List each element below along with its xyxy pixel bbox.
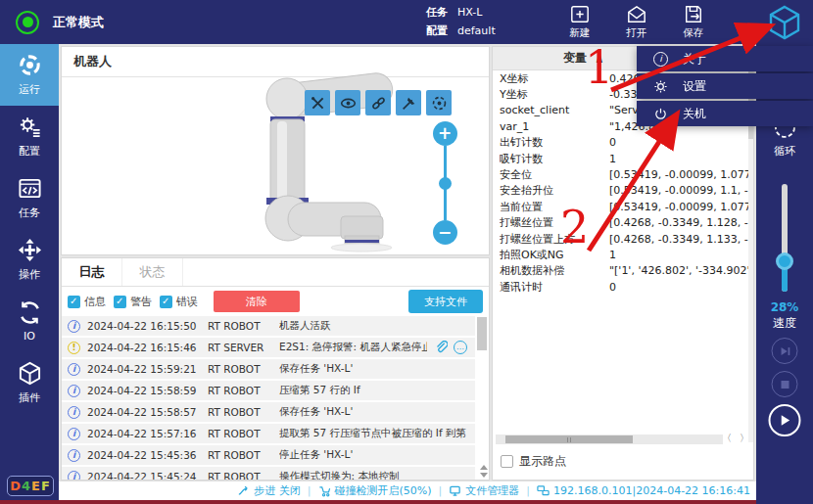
variable-value: 0 <box>609 281 753 294</box>
stop-icon <box>779 379 790 390</box>
log-time: 2024-04-22 15:58:59 <box>87 385 201 396</box>
sidebar-item-operate[interactable]: 操作 <box>0 229 59 291</box>
zoom-slider-track[interactable] <box>444 146 447 179</box>
log-row[interactable]: i 2024-04-22 16:15:50 RT ROBOT 机器人活跃 … <box>62 316 475 336</box>
log-scrollbar-thumb[interactable] <box>477 317 487 350</box>
variable-row[interactable]: 相机数据补偿 "['1', '426.802', '-334.902']" <box>493 263 753 279</box>
variable-name: 安全抬升位 <box>500 183 609 198</box>
play-icon <box>778 413 792 428</box>
variables-horizontal-scrollbar[interactable] <box>496 435 723 444</box>
sidebar-item-config[interactable]: 配置 <box>0 106 59 167</box>
trace-button[interactable] <box>365 90 391 115</box>
variable-value: "['1', '426.802', '-334.902']" <box>609 264 753 277</box>
variable-row[interactable]: 吸钉计数 1 <box>493 151 753 166</box>
variable-name: 吸钉计数 <box>500 152 609 166</box>
log-row[interactable]: i 2024-04-22 15:58:57 RT ROBOT 保存任务 'HX-… <box>62 402 475 422</box>
variable-name: 拍照OK或NG <box>500 248 609 262</box>
variable-row[interactable]: 拍照OK或NG 1 <box>493 247 753 262</box>
variable-name: Y坐标 <box>500 87 609 102</box>
log-row[interactable]: i 2024-04-22 15:59:21 RT ROBOT 保存任务 'HX-… <box>62 359 475 379</box>
log-time: 2024-04-22 15:45:24 <box>87 471 201 481</box>
clean-button[interactable] <box>396 90 421 115</box>
log-row[interactable]: ! 2024-04-22 16:15:46 RT SERVER E2S1: 急停… <box>62 338 475 357</box>
filter-info-checkbox[interactable]: 信息 <box>68 295 106 309</box>
variable-row[interactable]: 安全位 [0.53419, -0.00099, 1.07764, -3.1404… <box>493 166 753 182</box>
trace-link-icon <box>370 95 387 112</box>
view-zoom-control: + − <box>432 121 457 245</box>
file-manager-button[interactable]: 文件管理器 <box>449 483 519 498</box>
variable-row[interactable]: 安全抬升位 [0.53419, -0.00099, 1.1, -3.14048,… <box>493 183 753 199</box>
open-envelope-icon <box>626 5 647 24</box>
eye-icon <box>340 95 357 112</box>
variable-name: 相机数据补偿 <box>500 263 609 278</box>
tools-button[interactable] <box>305 90 330 115</box>
scroll-down-arrow[interactable] <box>480 473 488 478</box>
app-dropdown-menu: i 关于 设置 关机 <box>637 46 813 128</box>
scroll-right-arrow[interactable]: 〉 <box>740 432 749 445</box>
open-task-button[interactable]: 打开 <box>626 5 647 40</box>
tab-status[interactable]: 状态 <box>122 258 183 286</box>
variable-row[interactable]: 出钉计数 0 <box>493 135 753 151</box>
speed-slider-handle[interactable] <box>776 252 793 270</box>
play-button[interactable] <box>769 404 801 436</box>
log-level-icon: i <box>68 471 80 481</box>
variable-row[interactable]: 打螺丝位置 [0.4268, -0.3349, 1.128, -3.14159,… <box>493 215 753 231</box>
log-row[interactable]: i 2024-04-22 15:45:24 RT ROBOT 操作模式切换为: … <box>62 467 475 481</box>
new-task-button[interactable]: 新建 <box>569 5 591 40</box>
scroll-up-arrow[interactable] <box>480 465 488 470</box>
menu-item-shutdown[interactable]: 关机 <box>637 101 813 126</box>
variable-row[interactable]: 当前位置 [0.53419, -0.00099, 1.07764, -3.140… <box>493 199 753 214</box>
log-tabs: 日志 状态 <box>62 258 489 287</box>
sidebar-item-plugin[interactable]: 插件 <box>0 352 59 414</box>
variable-row[interactable]: 打螺丝位置上方 [0.4268, -0.3349, 1.133, -3.1415… <box>493 231 753 247</box>
sidebar-item-run[interactable]: 运行 <box>0 44 59 106</box>
visibility-button[interactable] <box>335 90 360 115</box>
gear-list-icon <box>18 115 42 139</box>
scrollbar-thumb[interactable] <box>505 435 633 443</box>
tab-log[interactable]: 日志 <box>62 258 122 286</box>
collision-detection-status[interactable]: 碰撞检测开启(50%) <box>318 483 432 498</box>
log-row[interactable]: i 2024-04-22 15:58:59 RT ROBOT 压缩第 57 行的… <box>62 381 475 400</box>
clear-log-button[interactable]: 清除 <box>214 291 300 312</box>
variable-value: 0 <box>609 136 753 149</box>
log-message: 压缩第 57 行的 If <box>279 384 469 397</box>
zoom-in-button[interactable]: + <box>433 121 457 146</box>
show-waypoints-checkbox[interactable]: 显示路点 <box>501 453 566 470</box>
chevron-up-icon: ∧ <box>595 52 604 66</box>
filter-warning-checkbox[interactable]: 警告 <box>114 295 152 309</box>
reset-view-button[interactable] <box>426 90 452 115</box>
menu-item-settings[interactable]: 设置 <box>637 73 813 99</box>
task-config-info: 任务HX-L 配置default <box>426 4 496 40</box>
robot-3d-panel: 机器人 <box>61 46 490 255</box>
variable-row[interactable]: 通讯计时 0 <box>493 279 753 295</box>
step-icon <box>237 484 250 497</box>
speed-slider-track[interactable] <box>782 184 788 292</box>
normal-mode-status-icon <box>16 11 39 34</box>
log-source: RT ROBOT <box>208 449 272 461</box>
stop-button[interactable] <box>772 371 798 397</box>
zoom-out-button[interactable]: − <box>433 220 457 245</box>
log-level-icon: i <box>68 363 80 376</box>
log-scrollbar[interactable] <box>476 317 488 480</box>
menu-item-about[interactable]: i 关于 <box>637 46 813 71</box>
app-logo-menu-button[interactable] <box>766 4 803 41</box>
scroll-left-arrow[interactable]: 〈 <box>722 432 732 445</box>
step-mode-status[interactable]: 步进 关闭 <box>237 483 301 498</box>
sidebar-item-task[interactable]: 任务 <box>0 167 59 229</box>
more-options-icon[interactable]: … <box>454 341 467 354</box>
variable-value: 1 <box>609 153 753 165</box>
log-row[interactable]: i 2024-04-22 15:57:16 RT ROBOT 提取第 57 行压… <box>62 424 475 443</box>
sidebar-item-io[interactable]: IO <box>0 291 59 352</box>
collision-icon <box>318 484 331 497</box>
log-level-icon: ! <box>68 342 80 354</box>
robot-view-toolbar <box>305 90 452 115</box>
step-forward-button[interactable] <box>772 338 798 364</box>
paperclip-icon[interactable] <box>434 341 448 354</box>
log-time: 2024-04-22 16:15:50 <box>87 320 201 332</box>
save-task-button[interactable]: 保存 <box>683 5 704 40</box>
support-file-button[interactable]: 支持文件 <box>408 290 483 313</box>
variable-name: 出钉计数 <box>500 135 609 150</box>
log-row[interactable]: i 2024-04-22 15:45:36 RT ROBOT 停止任务 'HX-… <box>62 445 475 465</box>
filter-error-checkbox[interactable]: 错误 <box>160 295 198 309</box>
log-level-icon: i <box>68 406 80 419</box>
